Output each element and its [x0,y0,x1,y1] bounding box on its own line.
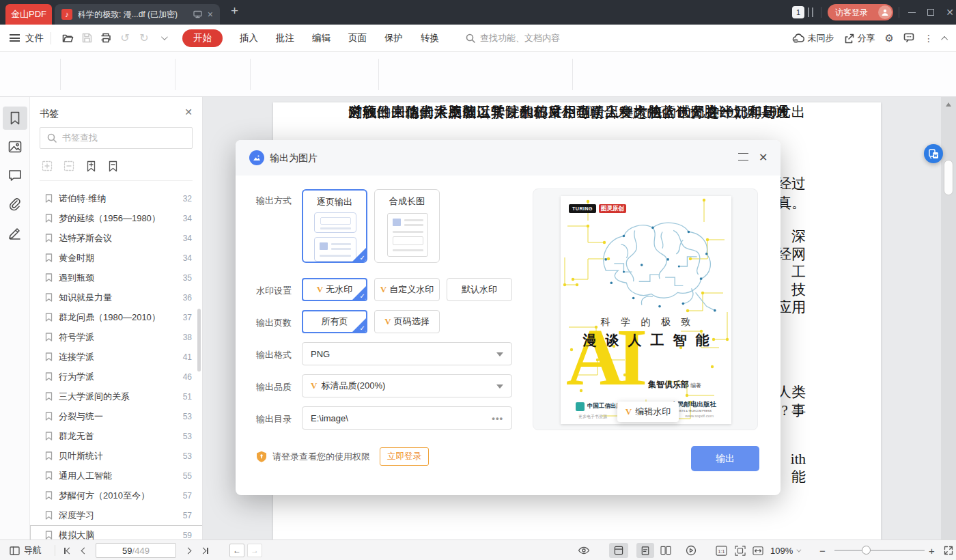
tab-convert[interactable]: 转换 [421,32,439,44]
add-bookmark-icon[interactable] [85,160,97,172]
watermark-none-button[interactable]: V 无水印 [302,278,367,301]
bookmark-item[interactable]: 遇到瓶颈 35 [30,268,203,288]
share-button[interactable]: 分享 [844,32,875,44]
pages-select-button[interactable]: V 页码选择 [374,310,440,333]
global-search-input[interactable]: 查找功能、文档内容 [466,32,560,44]
presentation-icon[interactable] [193,10,202,18]
bookmark-item[interactable]: 行为学派 46 [30,367,203,387]
double-page-view-button[interactable] [657,543,675,558]
quality-select[interactable]: V 标清品质(200%) [302,374,512,397]
bookmarks-panel-icon[interactable] [3,107,27,130]
document-scrollbar[interactable] [941,97,956,540]
history-forward-button[interactable]: → [247,544,262,557]
settings-gear-icon[interactable]: ⚙ [885,32,894,44]
scroll-up-icon[interactable] [946,100,951,107]
statusbar-fit-page-icon[interactable] [735,540,746,560]
print-icon[interactable] [97,29,115,47]
bookmark-item[interactable]: 通用人工智能 55 [30,466,203,486]
directory-input[interactable]: E:\image\ ••• [302,406,512,430]
scrollbar-thumb[interactable] [944,160,953,195]
zoom-in-button[interactable]: + [929,540,935,560]
next-page-button[interactable] [186,540,191,560]
bookmark-item[interactable]: 梦醒何方（2010至今） 57 [30,486,203,505]
bookmark-item[interactable]: 符号学派 38 [30,327,203,347]
thumbnails-panel-icon[interactable] [3,135,27,158]
tab-protect[interactable]: 保护 [384,32,403,44]
watermark-default-button[interactable]: 默认水印 [447,278,512,301]
zoom-out-button[interactable]: − [819,540,826,560]
browse-ellipsis-icon[interactable]: ••• [492,413,503,423]
bookmark-item[interactable]: 群龙问鼎（1980—2010） 37 [30,307,203,327]
mode-long-image-card[interactable]: 合成长图 [374,189,440,263]
guest-login-button[interactable]: 访客登录 [828,4,893,20]
bookmark-item[interactable]: 三大学派间的关系 51 [30,387,203,406]
tab-start[interactable]: 开始 [182,29,223,47]
new-tab-button[interactable]: + [231,3,238,18]
undo-icon[interactable]: ↺ [116,29,134,47]
bookmark-item[interactable]: 模拟大脑 59 [30,525,203,540]
comments-panel-icon[interactable] [3,164,27,187]
tab-edit[interactable]: 编辑 [312,32,331,44]
collapse-toolbar-icon[interactable] [941,36,948,42]
signature-panel-icon[interactable] [3,221,27,244]
pages-all-button[interactable]: 所有页 [302,310,367,333]
sync-status[interactable]: 未同步 [792,32,834,44]
bookmark-item[interactable]: 知识就是力量 36 [30,288,203,307]
document-tab[interactable]: ♪ 科学的极致: 漫...df (已加密) × [55,4,220,25]
bookmark-item[interactable]: 群龙无首 53 [30,426,203,446]
continuous-view-toggle[interactable] [609,543,628,558]
tab-annotate[interactable]: 批注 [276,32,294,44]
fullscreen-button[interactable] [944,540,953,560]
save-icon[interactable] [78,29,96,47]
export-button[interactable]: 输出 [691,446,759,471]
statusbar-fit-width-icon[interactable] [753,540,763,560]
eye-protection-icon[interactable] [578,540,590,560]
zoom-slider-track[interactable] [834,550,925,551]
bookmark-item[interactable]: 贝叶斯统计 53 [30,446,203,466]
bookmark-item[interactable]: 黄金时期 34 [30,248,203,268]
bookmark-item[interactable]: 分裂与统一 53 [30,406,203,426]
attachments-panel-icon[interactable] [3,193,27,216]
bookmark-search-input[interactable]: 书签查找 [40,127,193,149]
tab-close-icon[interactable]: × [208,9,213,20]
minimize-button[interactable] [903,0,920,25]
navigation-toggle[interactable]: 导航 [10,540,42,560]
open-file-icon[interactable] [59,29,76,47]
maximize-button[interactable] [922,0,940,25]
more-actions-chevron-icon[interactable] [154,29,172,47]
bookmark-item[interactable]: 深度学习 57 [30,505,203,525]
statusbar-page-input[interactable]: 59/449 [96,543,176,558]
first-page-button[interactable] [64,540,72,560]
window-close-button[interactable]: ✕ [941,0,956,25]
redo-icon[interactable]: ↻ [135,29,153,47]
app-home-button[interactable]: 金山PDF [5,4,52,25]
bookmark-item[interactable]: 达特茅斯会议 34 [30,228,203,248]
more-options-icon[interactable]: ⋮ [924,33,933,44]
menu-icon[interactable] [10,34,20,42]
statusbar-actual-size-icon[interactable]: 1:1 [716,540,727,560]
remove-bookmark-icon[interactable] [107,160,119,172]
panel-close-icon[interactable]: ✕ [184,107,193,117]
history-back-button[interactable]: ← [229,544,244,557]
login-now-button[interactable]: 立即登录 [380,447,429,466]
tab-page[interactable]: 页面 [348,32,367,44]
edit-watermark-button[interactable]: V 编辑水印 [617,402,679,422]
expand-all-icon[interactable] [41,160,53,172]
format-select[interactable]: PNG [302,342,512,365]
window-count-badge[interactable]: 1 [792,6,804,18]
last-page-button[interactable] [201,540,208,560]
watermark-custom-button[interactable]: V 自定义水印 [374,278,440,301]
statusbar-zoom-value[interactable]: 109% [770,540,800,560]
mode-per-page-card[interactable]: 逐页输出 [302,189,367,263]
quick-convert-float-button[interactable] [924,144,943,163]
file-menu[interactable]: 文件 [25,32,44,44]
prev-page-button[interactable] [82,540,87,560]
panel-scrollbar[interactable] [197,309,201,372]
feedback-icon[interactable] [903,33,914,44]
bookmark-item[interactable]: 梦的延续（1956—1980） 34 [30,208,203,228]
zoom-slider-thumb[interactable] [862,546,871,555]
dialog-close-icon[interactable]: ✕ [759,151,768,164]
bookmark-item[interactable]: 连接学派 41 [30,347,203,367]
bookmark-item[interactable]: 诺伯特·维纳 32 [30,188,203,208]
autoplay-button[interactable] [686,540,697,560]
